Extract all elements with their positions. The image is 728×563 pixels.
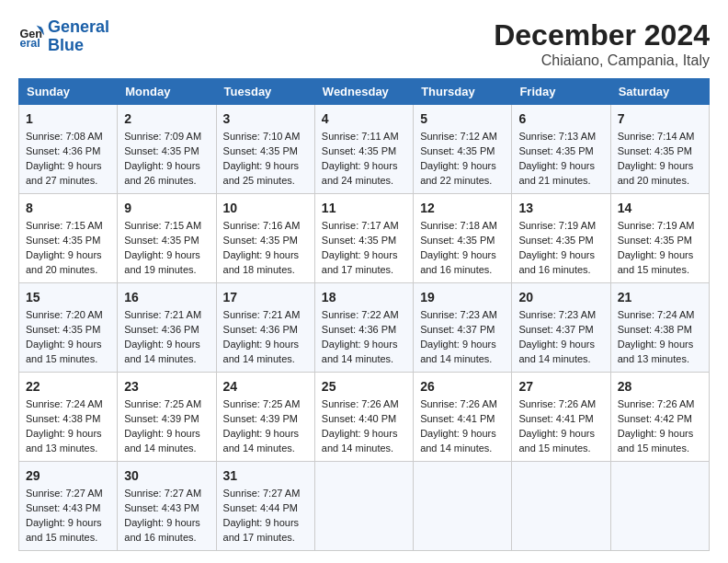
day-info: Daylight: 9 hours bbox=[124, 159, 209, 174]
day-info: Daylight: 9 hours bbox=[322, 338, 406, 352]
day-info: and 14 minutes. bbox=[223, 442, 308, 456]
day-info: and 14 minutes. bbox=[420, 442, 505, 456]
day-info: Sunrise: 7:19 AM bbox=[518, 219, 603, 234]
main-title: December 2024 bbox=[494, 18, 710, 52]
day-info: Sunrise: 7:10 AM bbox=[223, 130, 308, 144]
day-info: Sunset: 4:38 PM bbox=[618, 323, 702, 338]
day-info: Daylight: 9 hours bbox=[124, 248, 209, 263]
day-info: Sunrise: 7:08 AM bbox=[26, 130, 110, 144]
day-number: 7 bbox=[618, 109, 702, 128]
day-info: Sunrise: 7:12 AM bbox=[420, 130, 505, 144]
day-info: Daylight: 9 hours bbox=[322, 159, 406, 174]
day-cell: 27Sunrise: 7:26 AMSunset: 4:41 PMDayligh… bbox=[512, 373, 610, 462]
day-number: 30 bbox=[124, 466, 209, 485]
day-number: 4 bbox=[322, 109, 406, 128]
day-cell: 12Sunrise: 7:18 AMSunset: 4:35 PMDayligh… bbox=[414, 194, 512, 283]
day-info: Sunset: 4:36 PM bbox=[26, 144, 110, 159]
day-cell: 18Sunrise: 7:22 AMSunset: 4:36 PMDayligh… bbox=[314, 283, 413, 373]
day-cell: 9Sunrise: 7:15 AMSunset: 4:35 PMDaylight… bbox=[118, 194, 216, 283]
day-cell: 22Sunrise: 7:24 AMSunset: 4:38 PMDayligh… bbox=[19, 373, 118, 462]
week-row-4: 22Sunrise: 7:24 AMSunset: 4:38 PMDayligh… bbox=[19, 373, 710, 462]
page-header: Gen eral General Blue December 2024 Chia… bbox=[18, 18, 710, 69]
day-number: 8 bbox=[26, 199, 110, 217]
day-info: Sunrise: 7:19 AM bbox=[618, 219, 702, 234]
day-info: and 15 minutes. bbox=[518, 442, 603, 456]
day-cell: 24Sunrise: 7:25 AMSunset: 4:39 PMDayligh… bbox=[216, 373, 314, 462]
week-row-2: 8Sunrise: 7:15 AMSunset: 4:35 PMDaylight… bbox=[19, 194, 710, 283]
day-number: 15 bbox=[26, 288, 110, 306]
week-row-3: 15Sunrise: 7:20 AMSunset: 4:35 PMDayligh… bbox=[19, 283, 710, 373]
day-number: 6 bbox=[518, 109, 603, 128]
day-info: Sunrise: 7:09 AM bbox=[124, 130, 209, 144]
day-info: Sunrise: 7:27 AM bbox=[26, 487, 110, 501]
day-info: Daylight: 9 hours bbox=[223, 516, 308, 531]
day-cell: 21Sunrise: 7:24 AMSunset: 4:38 PMDayligh… bbox=[610, 283, 709, 373]
day-number: 31 bbox=[223, 466, 308, 485]
day-info: Sunrise: 7:23 AM bbox=[518, 308, 603, 323]
logo-line1: General bbox=[48, 17, 109, 36]
day-cell bbox=[314, 462, 413, 551]
header-row: SundayMondayTuesdayWednesdayThursdayFrid… bbox=[19, 79, 710, 105]
day-info: Sunrise: 7:13 AM bbox=[518, 130, 603, 144]
day-info: Daylight: 9 hours bbox=[26, 159, 110, 174]
subtitle: Chiaiano, Campania, Italy bbox=[494, 52, 710, 69]
day-info: Sunset: 4:35 PM bbox=[26, 234, 110, 248]
day-info: and 27 minutes. bbox=[26, 174, 110, 189]
day-info: Sunrise: 7:27 AM bbox=[223, 487, 308, 501]
day-cell: 1Sunrise: 7:08 AMSunset: 4:36 PMDaylight… bbox=[19, 105, 118, 194]
day-info: and 14 minutes. bbox=[322, 352, 406, 367]
logo-line2: Blue bbox=[48, 36, 84, 54]
day-info: and 14 minutes. bbox=[223, 352, 308, 367]
day-info: Daylight: 9 hours bbox=[124, 516, 209, 531]
day-info: Sunset: 4:43 PM bbox=[26, 501, 110, 516]
day-info: Sunrise: 7:26 AM bbox=[618, 397, 702, 412]
day-cell: 15Sunrise: 7:20 AMSunset: 4:35 PMDayligh… bbox=[19, 283, 118, 373]
day-info: and 15 minutes. bbox=[26, 531, 110, 546]
day-info: Daylight: 9 hours bbox=[420, 248, 505, 263]
day-info: Daylight: 9 hours bbox=[618, 159, 702, 174]
day-info: Daylight: 9 hours bbox=[420, 338, 505, 352]
title-area: December 2024 Chiaiano, Campania, Italy bbox=[494, 18, 710, 69]
day-cell: 7Sunrise: 7:14 AMSunset: 4:35 PMDaylight… bbox=[610, 105, 709, 194]
day-info: Sunrise: 7:23 AM bbox=[420, 308, 505, 323]
day-cell: 29Sunrise: 7:27 AMSunset: 4:43 PMDayligh… bbox=[19, 462, 118, 551]
day-number: 20 bbox=[518, 288, 603, 306]
day-info: and 26 minutes. bbox=[124, 174, 209, 189]
day-number: 27 bbox=[518, 377, 603, 396]
day-info: and 17 minutes. bbox=[223, 531, 308, 546]
day-number: 16 bbox=[124, 288, 209, 306]
day-info: and 21 minutes. bbox=[518, 174, 603, 189]
day-info: Sunrise: 7:26 AM bbox=[518, 397, 603, 412]
logo: Gen eral General Blue bbox=[18, 18, 109, 55]
day-info: Sunset: 4:35 PM bbox=[618, 144, 702, 159]
day-number: 1 bbox=[26, 109, 110, 128]
day-number: 3 bbox=[223, 109, 308, 128]
day-info: and 17 minutes. bbox=[322, 263, 406, 278]
day-info: Sunset: 4:36 PM bbox=[124, 323, 209, 338]
day-cell: 4Sunrise: 7:11 AMSunset: 4:35 PMDaylight… bbox=[314, 105, 413, 194]
day-cell: 10Sunrise: 7:16 AMSunset: 4:35 PMDayligh… bbox=[216, 194, 314, 283]
day-cell: 2Sunrise: 7:09 AMSunset: 4:35 PMDaylight… bbox=[118, 105, 216, 194]
day-cell: 20Sunrise: 7:23 AMSunset: 4:37 PMDayligh… bbox=[512, 283, 610, 373]
header-cell-sunday: Sunday bbox=[19, 79, 118, 105]
day-cell: 25Sunrise: 7:26 AMSunset: 4:40 PMDayligh… bbox=[314, 373, 413, 462]
day-info: Daylight: 9 hours bbox=[223, 159, 308, 174]
day-info: Sunset: 4:37 PM bbox=[420, 323, 505, 338]
day-info: and 24 minutes. bbox=[322, 174, 406, 189]
day-info: Sunset: 4:36 PM bbox=[223, 323, 308, 338]
day-number: 14 bbox=[618, 199, 702, 217]
day-number: 10 bbox=[223, 199, 308, 217]
day-info: Daylight: 9 hours bbox=[26, 248, 110, 263]
day-number: 18 bbox=[322, 288, 406, 306]
day-info: Sunrise: 7:15 AM bbox=[124, 219, 209, 234]
day-number: 26 bbox=[420, 377, 505, 396]
day-cell: 31Sunrise: 7:27 AMSunset: 4:44 PMDayligh… bbox=[216, 462, 314, 551]
svg-text:eral: eral bbox=[19, 37, 40, 50]
day-info: Sunset: 4:40 PM bbox=[322, 412, 406, 427]
day-info: Sunset: 4:41 PM bbox=[518, 412, 603, 427]
day-info: Sunrise: 7:15 AM bbox=[26, 219, 110, 234]
day-info: Sunset: 4:35 PM bbox=[223, 234, 308, 248]
day-cell: 6Sunrise: 7:13 AMSunset: 4:35 PMDaylight… bbox=[512, 105, 610, 194]
day-number: 29 bbox=[26, 466, 110, 485]
day-cell: 26Sunrise: 7:26 AMSunset: 4:41 PMDayligh… bbox=[414, 373, 512, 462]
